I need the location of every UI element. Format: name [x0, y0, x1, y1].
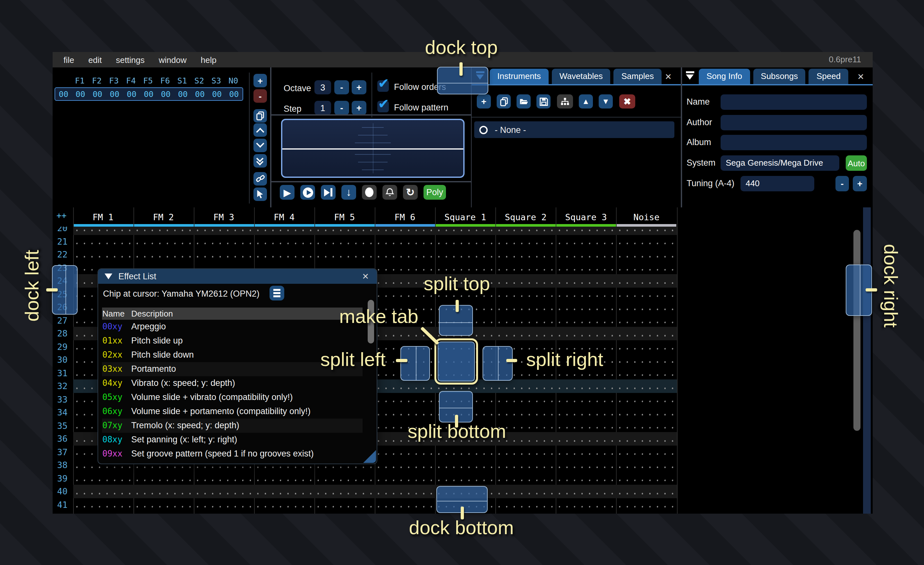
menu-item-file[interactable]: file: [57, 52, 81, 67]
tab-samples[interactable]: Samples: [614, 69, 662, 84]
order-remove-button[interactable]: -: [254, 89, 267, 103]
order-value-f3[interactable]: 00: [106, 89, 123, 99]
pattern-expand-corner[interactable]: ++: [57, 210, 66, 220]
tuning-plus-button[interactable]: +: [853, 176, 867, 191]
field-input-author[interactable]: [721, 114, 867, 130]
pattern-row-39[interactable]: [73, 472, 676, 485]
pattern-scrollbar-thumb[interactable]: [854, 230, 861, 431]
instrument-add-button[interactable]: +: [477, 95, 491, 108]
follow-pattern-checkbox[interactable]: ✔: [377, 101, 389, 112]
follow-orders-checkbox[interactable]: ✔: [377, 80, 389, 92]
instrument-save-button[interactable]: [536, 95, 550, 108]
channel-header-fm-5[interactable]: FM 5: [314, 207, 375, 226]
channel-header-square-2[interactable]: Square 2: [495, 207, 556, 226]
play-button[interactable]: ▶: [280, 185, 294, 200]
make-tab-target[interactable]: [434, 338, 478, 385]
orders-selected-row[interactable]: 0000000000000000000000: [54, 87, 243, 101]
channel-header-fm-4[interactable]: FM 4: [254, 207, 314, 226]
order-add-button[interactable]: +: [254, 74, 267, 87]
order-change-mode-button[interactable]: [254, 172, 267, 185]
menu-item-edit[interactable]: edit: [81, 52, 109, 67]
instrument-open-button[interactable]: [516, 95, 531, 108]
order-duplicate-button[interactable]: [254, 109, 267, 123]
order-value-f4[interactable]: 00: [123, 89, 140, 99]
effect-list-titlebar[interactable]: Effect List ✕: [98, 269, 376, 284]
tuning-value[interactable]: 440: [741, 176, 814, 191]
order-value-f2[interactable]: 00: [89, 89, 106, 99]
tuning-minus-button[interactable]: -: [836, 176, 849, 191]
order-value-s3[interactable]: 00: [208, 89, 225, 99]
pattern-row-20[interactable]: [73, 226, 676, 235]
effect-row-01xx[interactable]: 01xxPitch slide up: [102, 334, 362, 348]
instrument-delete-button[interactable]: ✖: [619, 95, 635, 108]
order-move-up-button[interactable]: [254, 123, 267, 137]
system-value[interactable]: Sega Genesis/Mega Drive: [721, 155, 839, 171]
effect-row-09xx[interactable]: 09xxSet groove pattern (speed 1 if no gr…: [102, 447, 362, 461]
channel-header-noise[interactable]: Noise: [616, 207, 676, 226]
step-value[interactable]: 1: [314, 101, 331, 115]
instrument-move-down-button[interactable]: ▼: [598, 95, 613, 108]
order-value-f5[interactable]: 00: [140, 89, 157, 99]
play-from-beginning-button[interactable]: [300, 185, 315, 200]
hamburger-menu-button[interactable]: [269, 286, 284, 301]
close-panel-icon[interactable]: ✕: [857, 72, 864, 81]
tab-wavetables[interactable]: Wavetables: [552, 69, 610, 84]
instrument-organize-button[interactable]: [557, 95, 573, 108]
field-input-name[interactable]: [721, 95, 867, 110]
effect-table-header[interactable]: Name Description: [102, 308, 362, 320]
order-value-n0[interactable]: 00: [225, 89, 243, 99]
menu-item-settings[interactable]: settings: [109, 52, 152, 67]
stop-button[interactable]: ↓: [341, 185, 356, 200]
effect-row-07xy[interactable]: 07xyTremolo (x: speed; y: depth): [102, 419, 362, 433]
close-panel-icon[interactable]: ✕: [665, 72, 672, 81]
instrument-list-item-none[interactable]: - None -: [474, 121, 674, 138]
channel-header-fm-3[interactable]: FM 3: [194, 207, 254, 226]
close-window-icon[interactable]: ✕: [362, 272, 369, 281]
pattern-row-22[interactable]: [73, 248, 676, 261]
octave-plus-button[interactable]: +: [352, 80, 366, 95]
pattern-row-41[interactable]: [73, 498, 676, 511]
channel-header-fm-6[interactable]: FM 6: [375, 207, 435, 226]
order-value-s1[interactable]: 00: [174, 89, 191, 99]
tab-song-info[interactable]: Song Info: [699, 69, 750, 84]
instrument-move-up-button[interactable]: ▲: [579, 95, 593, 108]
order-value-s2[interactable]: 00: [191, 89, 208, 99]
effect-row-04xy[interactable]: 04xyVibrato (x: speed; y: depth): [102, 376, 362, 391]
tab-subsongs[interactable]: Subsongs: [753, 69, 806, 84]
octave-value[interactable]: 3: [314, 80, 331, 95]
pattern-row-42[interactable]: [73, 511, 676, 514]
step-plus-button[interactable]: +: [352, 101, 366, 115]
split-target-left[interactable]: [400, 346, 430, 381]
effect-row-06xy[interactable]: 06xyVolume slide + portamento (compatibi…: [102, 404, 362, 419]
octave-minus-button[interactable]: -: [334, 80, 349, 95]
order-duplicate-end-button[interactable]: [254, 154, 267, 168]
channel-header-fm-2[interactable]: FM 2: [133, 207, 194, 226]
poly-toggle-button[interactable]: Poly: [423, 185, 446, 200]
channel-header-fm-1[interactable]: FM 1: [73, 207, 133, 226]
system-auto-button[interactable]: Auto: [846, 155, 867, 171]
channel-header-square-3[interactable]: Square 3: [556, 207, 616, 226]
split-target-right[interactable]: [483, 346, 513, 381]
collapse-window-icon[interactable]: [104, 273, 112, 279]
effect-row-08xy[interactable]: 08xySet panning (x: left; y: right): [102, 433, 362, 447]
step-minus-button[interactable]: -: [334, 101, 349, 115]
metronome-button[interactable]: [382, 185, 397, 200]
order-move-down-button[interactable]: [254, 139, 267, 152]
menu-item-window[interactable]: window: [152, 52, 194, 67]
effect-row-00xy[interactable]: 00xyArpeggio: [102, 320, 362, 334]
field-input-album[interactable]: [721, 135, 867, 150]
pattern-scrollbar-track[interactable]: [863, 207, 871, 514]
channel-header-square-1[interactable]: Square 1: [435, 207, 495, 226]
tab-instruments[interactable]: Instruments: [490, 69, 549, 84]
repeat-pattern-button[interactable]: ↻: [403, 185, 418, 200]
effect-row-05xy[interactable]: 05xyVolume slide + vibrato (compatibilit…: [102, 391, 362, 404]
order-edit-mode-button[interactable]: [254, 187, 267, 201]
record-button[interactable]: [362, 185, 376, 200]
menu-item-help[interactable]: help: [194, 52, 224, 67]
order-value-f1[interactable]: 00: [72, 89, 89, 99]
instrument-duplicate-button[interactable]: [496, 95, 511, 108]
pattern-row-21[interactable]: [73, 235, 676, 248]
pattern-row-40[interactable]: [73, 485, 676, 498]
collapse-panel-icon[interactable]: [684, 69, 697, 81]
resize-grip[interactable]: [363, 450, 376, 463]
